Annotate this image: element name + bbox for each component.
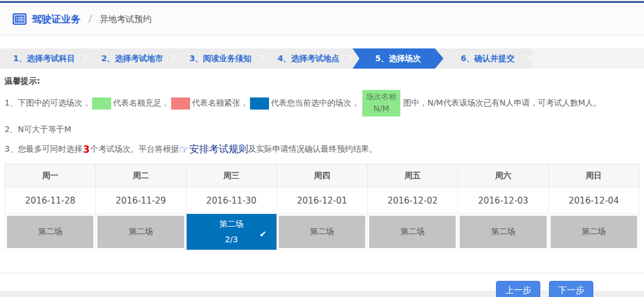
next-step-button[interactable]: 下一步 bbox=[549, 281, 593, 297]
session-ratio: 2/3 bbox=[225, 232, 238, 247]
date-cell: 2016-11-30 bbox=[186, 187, 276, 214]
date-cell: 2016-11-29 bbox=[96, 187, 186, 214]
hand-pointer-icon: ☞ bbox=[179, 143, 189, 156]
weekday-header: 周一 bbox=[5, 164, 96, 187]
date-row: 2016-11-28 2016-11-29 2016-11-30 2016-12… bbox=[5, 187, 639, 214]
page: 驾驶证业务 / 异地考试预约 1、选择考试科目 2、选择考试地市 3、阅读业务须… bbox=[0, 1, 644, 291]
date-cell: 2016-12-04 bbox=[548, 187, 639, 214]
tab-step-6[interactable]: 6、确认并提交 bbox=[444, 48, 532, 69]
exam-rules-link-label: 安排考试规则 bbox=[190, 142, 248, 156]
tips-section: 温馨提示: 1、下图中的可选场次， 代表名额充足， 代表名额紧张， 代表您当前选… bbox=[0, 69, 644, 156]
check-icon: ✔ bbox=[259, 226, 267, 243]
date-cell: 2016-11-28 bbox=[5, 187, 96, 214]
sample-session-name: 场次名称 bbox=[366, 91, 396, 103]
legend-red-swatch bbox=[171, 97, 190, 110]
step-tabs-filler bbox=[532, 48, 644, 69]
session-option-wed-selected[interactable]: 第二场 2/3 ✔ bbox=[187, 214, 276, 250]
tab-step-2[interactable]: 2、选择考试地市 bbox=[88, 48, 176, 69]
tip3-middle: 个考试场次。平台将根据 bbox=[90, 144, 179, 155]
tip-line-2: 2、N可大于等于M bbox=[5, 125, 639, 135]
session-name: 第二场 bbox=[219, 216, 244, 232]
date-cell: 2016-12-03 bbox=[458, 187, 548, 214]
tip3-suffix: 及实际申请情况确认最终预约结果。 bbox=[248, 144, 377, 155]
list-icon bbox=[13, 13, 26, 25]
tip1-red-label: 代表名额紧张， bbox=[192, 98, 248, 108]
breadcrumb-separator: / bbox=[89, 14, 92, 24]
tab-step-3[interactable]: 3、阅读业务须知 bbox=[176, 48, 264, 69]
breadcrumb: 驾驶证业务 / 异地考试预约 bbox=[0, 3, 644, 36]
breadcrumb-section[interactable]: 驾驶证业务 bbox=[32, 13, 81, 26]
session-option-tue[interactable]: 第二场 bbox=[97, 216, 184, 248]
session-option-thu[interactable]: 第二场 bbox=[279, 216, 365, 248]
legend-blue-swatch bbox=[250, 97, 269, 110]
weekday-header: 周三 bbox=[186, 164, 276, 187]
tip1-green-label: 代表名额充足， bbox=[113, 98, 169, 108]
weekday-header-row: 周一 周二 周三 周四 周五 周六 周日 bbox=[5, 164, 639, 187]
tip3-prefix: 3、您最多可同时选择 bbox=[5, 144, 82, 155]
legend-sample-cell: 场次名称 N/M bbox=[362, 90, 400, 116]
exam-rules-link[interactable]: ☞ 安排考试规则 bbox=[179, 142, 248, 156]
legend-green-swatch bbox=[92, 97, 111, 110]
prev-step-button[interactable]: 上一步 bbox=[496, 281, 540, 297]
schedule-table: 周一 周二 周三 周四 周五 周六 周日 2016-11-28 2016-11-… bbox=[5, 164, 639, 250]
footer-actions: 上一步 下一步 bbox=[0, 273, 644, 297]
tip1-blue-label: 代表您当前选中的场次， bbox=[271, 98, 359, 108]
session-option-sun[interactable]: 第二场 bbox=[551, 216, 637, 248]
session-row: 第二场 第二场 第二场 2/3 ✔ 第二场 第二场 第二场 第二场 bbox=[5, 214, 639, 250]
date-cell: 2016-12-02 bbox=[368, 187, 458, 214]
page-title: 异地考试预约 bbox=[100, 14, 151, 25]
tip1-suffix: 图中，N/M代表该场次已有N人申请，可考试人数M人。 bbox=[403, 98, 601, 108]
session-option-mon[interactable]: 第二场 bbox=[7, 216, 93, 248]
tips-title: 温馨提示: bbox=[5, 76, 639, 87]
weekday-header: 周五 bbox=[368, 164, 458, 187]
max-session-count: 3 bbox=[83, 144, 90, 155]
tip1-prefix: 1、下图中的可选场次， bbox=[5, 98, 90, 108]
weekday-header: 周六 bbox=[458, 164, 548, 187]
step-tabs: 1、选择考试科目 2、选择考试地市 3、阅读业务须知 4、选择考试地点 5、选择… bbox=[0, 48, 644, 69]
sample-ratio: N/M bbox=[373, 103, 389, 115]
session-option-sat[interactable]: 第二场 bbox=[460, 216, 546, 248]
tip-line-3: 3、您最多可同时选择 3 个考试场次。平台将根据 ☞ 安排考试规则 及实际申请情… bbox=[5, 142, 639, 156]
weekday-header: 周二 bbox=[96, 164, 186, 187]
weekday-header: 周四 bbox=[276, 164, 367, 187]
date-cell: 2016-12-01 bbox=[276, 187, 367, 214]
tab-step-4[interactable]: 4、选择考试地点 bbox=[264, 48, 353, 69]
session-option-fri[interactable]: 第二场 bbox=[369, 216, 456, 248]
tab-step-5-active[interactable]: 5、选择场次 bbox=[353, 48, 444, 69]
weekday-header: 周日 bbox=[548, 164, 639, 187]
tip-line-1: 1、下图中的可选场次， 代表名额充足， 代表名额紧张， 代表您当前选中的场次， … bbox=[5, 90, 639, 116]
tab-step-1[interactable]: 1、选择考试科目 bbox=[0, 48, 88, 69]
